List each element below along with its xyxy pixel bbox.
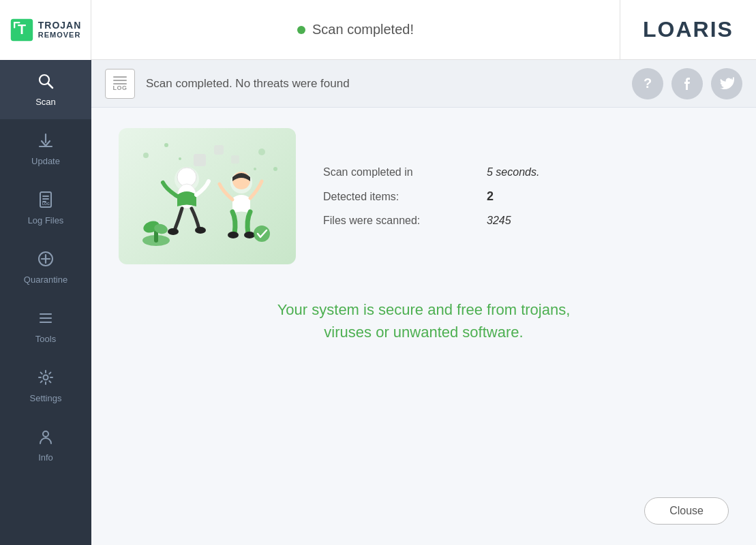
svg-text:LOG: LOG [42, 202, 50, 206]
sidebar: Scan Update LOG Log Files Quarantine Too… [0, 60, 91, 545]
secure-message-line1: Your system is secure and free from troj… [119, 298, 729, 321]
settings-icon [37, 369, 55, 389]
svg-point-25 [254, 168, 256, 170]
update-icon [37, 131, 55, 152]
sidebar-item-logfiles[interactable]: LOG Log Files [0, 178, 91, 238]
sidebar-item-settings-label: Settings [30, 393, 62, 403]
svg-point-23 [258, 149, 265, 155]
sidebar-item-tools[interactable]: Tools [0, 297, 91, 356]
svg-text:T: T [18, 22, 26, 37]
main-layout: Scan Update LOG Log Files Quarantine Too… [0, 60, 756, 545]
svg-rect-39 [194, 154, 206, 166]
sidebar-item-quarantine[interactable]: Quarantine [0, 238, 91, 297]
loaris-brand: LOARIS [620, 0, 756, 60]
svg-rect-41 [231, 155, 239, 164]
svg-point-33 [168, 228, 179, 235]
logo-text: TROJAN REMOVER [38, 20, 82, 39]
status-indicator [297, 26, 305, 34]
sidebar-item-scan[interactable]: Scan [0, 60, 91, 119]
twitter-button[interactable] [711, 68, 742, 99]
secure-message: Your system is secure and free from troj… [119, 298, 729, 343]
tools-icon [37, 309, 55, 330]
stat-detected: Detected items: 2 [323, 189, 539, 204]
help-button[interactable]: ? [632, 68, 663, 99]
stat-detected-label: Detected items: [323, 191, 459, 203]
logo: T TROJAN REMOVER [10, 18, 82, 42]
sidebar-item-tools-label: Tools [35, 334, 56, 344]
results-area: Scan completed in 5 seconds. Detected it… [91, 108, 756, 497]
quarantine-icon [37, 250, 55, 270]
header-status-text: Scan completed! [312, 22, 414, 37]
svg-line-5 [48, 84, 53, 89]
logo-remover: REMOVER [38, 31, 82, 39]
sidebar-item-info[interactable]: Info [0, 416, 91, 475]
stat-duration: Scan completed in 5 seconds. [323, 166, 539, 178]
scan-status-message: Scan completed. No threats were found [146, 77, 621, 91]
secure-message-line2: viruses or unwanted software. [119, 321, 729, 343]
content-area: LOG Scan completed. No threats were foun… [91, 60, 756, 545]
success-illustration [119, 128, 296, 264]
scan-icon [37, 72, 55, 93]
sidebar-item-quarantine-label: Quarantine [24, 275, 67, 285]
svg-point-42 [254, 225, 270, 242]
svg-point-20 [143, 153, 149, 158]
logo-icon: T [10, 18, 34, 42]
loaris-text: LOARIS [643, 17, 734, 42]
sidebar-item-settings[interactable]: Settings [0, 356, 91, 416]
sidebar-item-update-label: Update [31, 156, 60, 166]
logfiles-icon: LOG [37, 191, 55, 211]
svg-point-24 [273, 167, 277, 171]
svg-point-38 [244, 232, 255, 238]
header-status: Scan completed! [91, 22, 620, 37]
footer-actions: Clouse [91, 497, 756, 545]
svg-point-37 [228, 232, 239, 238]
logo-trojan: TROJAN [38, 20, 82, 31]
info-person-icon [37, 428, 55, 448]
stat-files-label: Files were scanned: [323, 215, 459, 227]
facebook-button[interactable] [671, 68, 703, 99]
stat-files: Files were scanned: 3245 [323, 215, 539, 227]
scan-statistics: Scan completed in 5 seconds. Detected it… [323, 166, 539, 227]
svg-point-22 [179, 157, 181, 160]
sidebar-item-update[interactable]: Update [0, 119, 91, 178]
log-file-icon: LOG [105, 69, 135, 99]
stat-detected-value: 2 [487, 189, 494, 204]
stat-duration-label: Scan completed in [323, 166, 459, 178]
sidebar-item-scan-label: Scan [35, 97, 56, 107]
close-button[interactable]: Clouse [644, 497, 729, 525]
svg-point-19 [43, 431, 48, 437]
app-header: T TROJAN REMOVER Scan completed! LOARIS [0, 0, 756, 60]
sidebar-item-logfiles-label: Log Files [28, 215, 64, 225]
svg-point-21 [164, 143, 168, 147]
logo-area: T TROJAN REMOVER [0, 0, 91, 60]
stat-files-value: 3245 [487, 215, 511, 227]
svg-rect-40 [214, 145, 224, 155]
sidebar-item-info-label: Info [38, 452, 53, 463]
svg-point-18 [44, 375, 48, 380]
svg-point-34 [195, 227, 206, 234]
scan-results-row: Scan completed in 5 seconds. Detected it… [119, 128, 729, 264]
status-actions: ? [632, 68, 742, 99]
status-bar: LOG Scan completed. No threats were foun… [91, 60, 756, 108]
stat-duration-value: 5 seconds. [487, 166, 539, 178]
